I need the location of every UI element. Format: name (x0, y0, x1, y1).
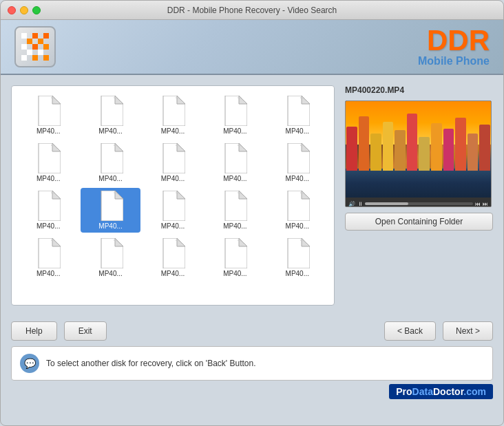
close-button[interactable] (8, 6, 16, 14)
file-item[interactable]: MP40... (19, 93, 78, 138)
video-controls: 🔊 ⏸ ⏮ ⏭ (346, 198, 491, 207)
file-label: MP40... (98, 175, 122, 182)
file-item[interactable]: MP40... (81, 93, 140, 138)
file-label: MP40... (36, 175, 60, 182)
file-item[interactable]: MP40... (268, 188, 327, 233)
file-icon (285, 191, 310, 221)
file-icon (160, 143, 185, 173)
file-item[interactable]: MP40... (81, 140, 140, 185)
file-icon (160, 238, 185, 268)
brand-text: DDR Mobile Phone (418, 26, 490, 67)
footer-brand: ProDataDoctor.com (1, 381, 503, 403)
volume-icon[interactable]: 🔊 (348, 201, 355, 207)
water-background (346, 169, 491, 198)
file-label: MP40... (161, 127, 185, 135)
progress-bar[interactable] (365, 202, 473, 205)
file-icon (285, 143, 310, 173)
file-label: MP40... (161, 222, 185, 230)
file-label: MP40... (161, 175, 185, 182)
file-icon (98, 238, 123, 268)
file-item[interactable]: MP40... (268, 93, 327, 138)
header: DDR Mobile Phone (1, 20, 503, 75)
brand-doctor: Doctor (433, 386, 463, 397)
file-icon (285, 96, 310, 126)
maximize-button[interactable] (32, 6, 41, 14)
file-icon (222, 238, 247, 268)
exit-button[interactable]: Exit (64, 321, 107, 341)
file-label: MP40... (286, 222, 309, 230)
next-button[interactable]: Next > (443, 321, 493, 341)
preview-video: 🔊 ⏸ ⏮ ⏭ (345, 100, 492, 207)
file-label: MP40... (286, 127, 309, 135)
brand-pro: Pro (396, 386, 412, 397)
file-icon (285, 238, 310, 268)
file-label: MP40... (98, 127, 122, 135)
file-icon (98, 191, 123, 221)
file-label: MP40... (36, 270, 60, 277)
file-item[interactable]: MP40... (143, 188, 202, 233)
bottom-buttons: Help Exit < Back Next > (1, 316, 503, 346)
file-item[interactable]: MP40... (205, 140, 264, 185)
file-icon (36, 191, 61, 221)
file-label: MP40... (223, 175, 246, 182)
logo-icon (14, 26, 56, 67)
buildings-row (346, 103, 491, 171)
file-item[interactable]: MP40... (205, 93, 264, 138)
file-icon (98, 143, 123, 173)
file-item[interactable]: MP40... (143, 235, 202, 280)
file-item[interactable]: MP40... (143, 140, 202, 185)
traffic-lights (8, 6, 41, 14)
file-icon (222, 96, 247, 126)
status-bar: 💬 To select another disk for recovery, c… (11, 346, 493, 381)
minimize-button[interactable] (20, 6, 28, 14)
file-label: MP40... (286, 270, 309, 277)
preview-filename: MP400220.MP4 (345, 85, 493, 95)
file-item[interactable]: MP40... (143, 93, 202, 138)
back-button[interactable]: < Back (384, 321, 436, 341)
file-item[interactable]: MP40... (268, 235, 327, 280)
file-item[interactable]: MP40... (19, 140, 78, 185)
file-label: MP40... (223, 127, 246, 135)
main-content: MP40... MP40... MP40... MP40... MP40... … (1, 75, 503, 316)
status-text: To select another disk for recovery, cli… (46, 359, 256, 368)
file-item[interactable]: MP40... (268, 140, 327, 185)
help-button[interactable]: Help (11, 321, 57, 341)
file-label: MP40... (223, 270, 246, 277)
rewind-icon[interactable]: ⏮ (475, 201, 481, 207)
play-pause-icon[interactable]: ⏸ (357, 201, 363, 207)
file-label: MP40... (286, 175, 309, 182)
file-label: MP40... (36, 127, 60, 135)
file-icon (98, 96, 123, 126)
progress-fill (365, 202, 408, 205)
file-icon (36, 143, 61, 173)
file-icon (222, 143, 247, 173)
brand-sub: Mobile Phone (418, 55, 490, 67)
video-image (346, 101, 491, 198)
open-folder-button[interactable]: Open Containing Folder (345, 213, 493, 231)
file-label: MP40... (36, 222, 60, 230)
file-label: MP40... (161, 270, 185, 277)
file-grid-container[interactable]: MP40... MP40... MP40... MP40... MP40... … (11, 85, 335, 306)
file-item[interactable]: MP40... (205, 235, 264, 280)
file-icon (36, 96, 61, 126)
file-icon (36, 238, 61, 268)
footer-brand-box: ProDataDoctor.com (389, 384, 493, 399)
file-grid: MP40... MP40... MP40... MP40... MP40... … (19, 93, 327, 280)
file-icon (160, 191, 185, 221)
file-item[interactable]: MP40... (19, 188, 78, 233)
status-icon: 💬 (20, 354, 39, 373)
titlebar: DDR - Mobile Phone Recovery - Video Sear… (1, 1, 503, 20)
preview-panel: MP400220.MP4 (345, 85, 493, 306)
file-item[interactable]: MP40... (81, 188, 140, 233)
file-item[interactable]: MP40... (19, 235, 78, 280)
fastforward-icon[interactable]: ⏭ (483, 201, 488, 207)
file-item[interactable]: MP40... (81, 235, 140, 280)
file-icon (160, 96, 185, 126)
file-item[interactable]: MP40... (205, 188, 264, 233)
file-label: MP40... (98, 270, 122, 277)
building-scene (346, 101, 491, 198)
window-title: DDR - Mobile Phone Recovery - Video Sear… (167, 6, 337, 15)
brand-com: .com (463, 386, 486, 397)
file-icon (222, 191, 247, 221)
brand-data: Data (412, 386, 433, 397)
